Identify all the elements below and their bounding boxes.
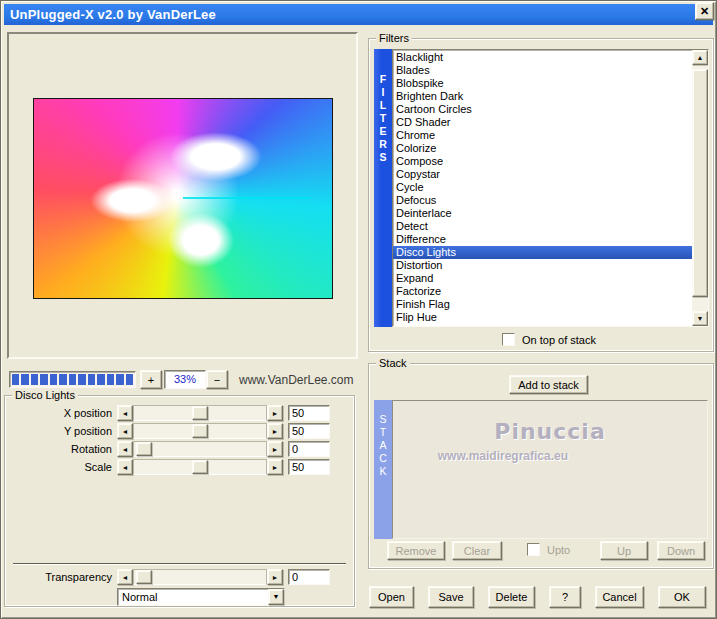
progress-segment xyxy=(88,374,95,385)
filter-item[interactable]: Cartoon Circles xyxy=(393,103,692,116)
progress-segment xyxy=(69,374,76,385)
slider-thumb[interactable] xyxy=(136,570,152,584)
filter-item[interactable]: CD Shader xyxy=(393,116,692,129)
filters-list-items: BlacklightBladesBlobspikeBrighten DarkCa… xyxy=(393,51,692,327)
slider-track[interactable] xyxy=(133,405,267,421)
down-button[interactable]: Down xyxy=(657,541,705,560)
slider-thumb[interactable] xyxy=(192,406,208,420)
on-top-of-stack-checkbox[interactable] xyxy=(502,333,515,346)
scroll-down-icon: ▼ xyxy=(697,315,704,322)
close-icon: ✕ xyxy=(700,5,709,17)
slider-value-input[interactable] xyxy=(288,441,330,457)
filters-scrollbar[interactable]: ▲ ▼ xyxy=(692,50,708,326)
progress-segment xyxy=(116,374,123,385)
slider-row: Rotation◄► xyxy=(5,441,354,459)
slider-left-arrow[interactable]: ◄ xyxy=(117,405,133,421)
scroll-up-button[interactable]: ▲ xyxy=(692,50,708,65)
slider-label: Scale xyxy=(5,461,112,473)
blend-mode-dropdown-button[interactable]: ▼ xyxy=(268,589,284,605)
params-group: Disco Lights X position◄►Y position◄►Rot… xyxy=(4,395,355,607)
slider-right-arrow[interactable]: ► xyxy=(267,405,283,421)
scroll-up-icon: ▲ xyxy=(697,54,704,61)
slider-left-arrow[interactable]: ◄ xyxy=(117,423,133,439)
open-button[interactable]: Open xyxy=(369,586,414,608)
filter-item[interactable]: Cycle xyxy=(393,181,692,194)
slider-row: Y position◄► xyxy=(5,423,354,441)
plus-icon: + xyxy=(148,374,154,386)
filter-item[interactable]: Disco Lights xyxy=(393,246,705,259)
filter-item[interactable]: Blades xyxy=(393,64,692,77)
ok-button[interactable]: OK xyxy=(658,586,706,608)
progress-segment xyxy=(50,374,57,385)
upto-checkbox[interactable] xyxy=(527,543,540,556)
remove-button[interactable]: Remove xyxy=(387,541,445,560)
progress-segment xyxy=(126,374,133,385)
upto-label: Upto xyxy=(547,544,570,556)
filter-item[interactable]: Factorize xyxy=(393,285,692,298)
slider-track[interactable] xyxy=(133,459,267,475)
filter-item[interactable]: Finish Flag xyxy=(393,298,692,311)
scroll-down-button[interactable]: ▼ xyxy=(692,311,708,326)
filter-item[interactable]: Compose xyxy=(393,155,692,168)
filter-item[interactable]: Blacklight xyxy=(393,51,692,64)
delete-button[interactable]: Delete xyxy=(488,586,535,608)
up-button[interactable]: Up xyxy=(600,541,648,560)
slider-left-arrow[interactable]: ◄ xyxy=(117,459,133,475)
close-button[interactable]: ✕ xyxy=(695,2,714,20)
filter-item[interactable]: Chrome xyxy=(393,129,692,142)
blend-mode-value: Normal xyxy=(122,590,157,605)
slider-label: Rotation xyxy=(5,443,112,455)
preview-cyan-streak xyxy=(183,197,311,199)
add-to-stack-button[interactable]: Add to stack xyxy=(509,375,588,394)
slider-track[interactable] xyxy=(133,441,267,457)
vendor-website-text: www.VanDerLee.com xyxy=(239,373,354,387)
help-button[interactable]: ? xyxy=(549,586,581,608)
preview-image xyxy=(33,98,333,299)
zoom-in-button[interactable]: + xyxy=(140,370,162,389)
filter-item[interactable]: Copystar xyxy=(393,168,692,181)
minus-icon: − xyxy=(214,374,220,386)
clear-button[interactable]: Clear xyxy=(452,541,502,560)
slider-rows: X position◄►Y position◄►Rotation◄►Scale◄… xyxy=(5,405,354,477)
filter-item[interactable]: Brighten Dark xyxy=(393,90,692,103)
slider-right-arrow[interactable]: ► xyxy=(267,569,283,585)
slider-value-input[interactable] xyxy=(288,459,330,475)
filter-item[interactable]: Deinterlace xyxy=(393,207,692,220)
slider-track[interactable] xyxy=(133,569,267,585)
filter-item[interactable]: Expand xyxy=(393,272,692,285)
slider-value-input[interactable] xyxy=(288,405,330,421)
slider-right-arrow[interactable]: ► xyxy=(267,441,283,457)
filter-item[interactable]: Colorize xyxy=(393,142,692,155)
stack-group: Stack Add to stack STACK Pinuccia www.ma… xyxy=(368,363,714,569)
progress-segment xyxy=(107,374,114,385)
slider-thumb[interactable] xyxy=(136,442,152,456)
filter-item[interactable]: Blobspike xyxy=(393,77,692,90)
stack-list-area[interactable]: Pinuccia www.maidiregrafica.eu xyxy=(392,400,708,539)
cancel-button[interactable]: Cancel xyxy=(595,586,644,608)
slider-thumb[interactable] xyxy=(192,424,208,438)
slider-right-arrow[interactable]: ► xyxy=(267,423,283,439)
save-button[interactable]: Save xyxy=(428,586,474,608)
filter-item[interactable]: Defocus xyxy=(393,194,692,207)
filter-item[interactable]: Difference xyxy=(393,233,692,246)
filter-item[interactable]: Flip Intensity xyxy=(393,324,692,327)
window-title: UnPlugged-X v2.0 by VanDerLee xyxy=(10,7,216,22)
zoom-out-button[interactable]: − xyxy=(206,370,228,389)
filter-item[interactable]: Distortion xyxy=(393,259,692,272)
slider-value-input[interactable] xyxy=(288,569,330,585)
slider-right-arrow[interactable]: ► xyxy=(267,459,283,475)
slider-left-arrow[interactable]: ◄ xyxy=(117,441,133,457)
filter-item[interactable]: Flip Hue xyxy=(393,311,692,324)
chevron-down-icon: ▼ xyxy=(273,593,280,600)
slider-track[interactable] xyxy=(133,423,267,439)
progress-bar xyxy=(9,371,136,388)
slider-label: Y position xyxy=(5,425,112,437)
slider-thumb[interactable] xyxy=(192,460,208,474)
slider-left-arrow[interactable]: ◄ xyxy=(117,569,133,585)
slider-value-input[interactable] xyxy=(288,423,330,439)
titlebar[interactable]: UnPlugged-X v2.0 by VanDerLee xyxy=(4,4,713,25)
blend-mode-select[interactable]: Normal ▼ xyxy=(117,588,285,606)
scrollbar-thumb[interactable] xyxy=(692,69,708,297)
filter-item[interactable]: Detect xyxy=(393,220,692,233)
filters-listbox[interactable]: BlacklightBladesBlobspikeBrighten DarkCa… xyxy=(392,49,709,327)
